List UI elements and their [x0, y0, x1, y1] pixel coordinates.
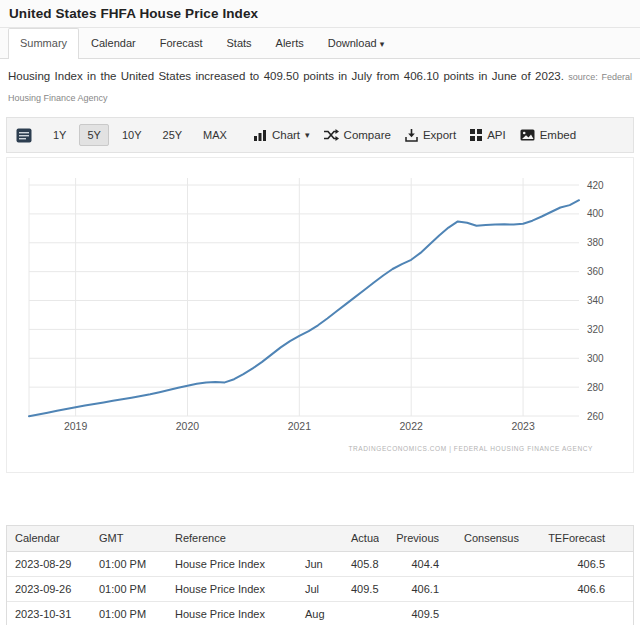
cell-period: Aug: [297, 601, 343, 625]
range-max-button[interactable]: MAX: [195, 124, 235, 146]
summary-text: Housing Index in the United States incre…: [8, 66, 632, 108]
col-reference: Reference: [167, 526, 297, 551]
range-10y-button[interactable]: 10Y: [114, 124, 150, 146]
cell-actual: [343, 601, 379, 625]
cell-previous: 404.4: [379, 551, 444, 576]
svg-text:400: 400: [587, 208, 604, 219]
table-row[interactable]: 2023-08-29 01:00 PM House Price Index Ju…: [7, 551, 633, 576]
page-title: United States FHFA House Price Index: [9, 6, 258, 21]
tab-alerts[interactable]: Alerts: [264, 28, 316, 58]
svg-text:2021: 2021: [288, 420, 312, 432]
svg-text:2023: 2023: [511, 420, 535, 432]
svg-text:380: 380: [587, 237, 604, 248]
chart-toolbar: 1Y 5Y 10Y 25Y MAX Chart▾ Compare Export: [6, 117, 634, 153]
cell-period: Jun: [297, 551, 343, 576]
table-row[interactable]: 2023-09-26 01:00 PM House Price Index Ju…: [7, 576, 633, 601]
cell-period: Jul: [297, 576, 343, 601]
cell-consensus: [444, 601, 524, 625]
svg-text:2019: 2019: [64, 420, 88, 432]
col-teforecast: TEForecast: [524, 526, 633, 551]
cell-consensus: [444, 551, 524, 576]
col-consensus: Consensus: [444, 526, 524, 551]
col-previous: Previous: [379, 526, 444, 551]
col-calendar: Calendar: [7, 526, 91, 551]
svg-text:2020: 2020: [176, 420, 200, 432]
datepicker-button[interactable]: [16, 128, 32, 143]
tab-summary[interactable]: Summary: [8, 28, 79, 59]
cell-actual: 409.5: [343, 576, 379, 601]
col-gmt: GMT: [91, 526, 167, 551]
svg-text:260: 260: [587, 411, 604, 422]
cell-reference[interactable]: House Price Index: [167, 551, 297, 576]
tab-stats[interactable]: Stats: [215, 28, 264, 58]
col-actual: Actual: [343, 526, 379, 551]
chart-type-button[interactable]: Chart▾: [254, 129, 310, 141]
table-header-row: Calendar GMT Reference Actual Previous C…: [7, 526, 633, 551]
tab-download[interactable]: Download▾: [316, 28, 396, 58]
svg-text:2022: 2022: [400, 420, 424, 432]
chart-attribution: TRADINGECONOMICS.COM | FEDERAL HOUSING F…: [348, 445, 593, 452]
tab-calendar[interactable]: Calendar: [79, 28, 148, 58]
cell-gmt: 01:00 PM: [91, 576, 167, 601]
col-period: [297, 526, 343, 551]
range-1y-button[interactable]: 1Y: [45, 124, 74, 146]
chevron-down-icon: ▾: [380, 39, 385, 49]
cell-reference[interactable]: House Price Index: [167, 576, 297, 601]
cell-gmt: 01:00 PM: [91, 551, 167, 576]
cell-previous: 406.1: [379, 576, 444, 601]
svg-text:340: 340: [587, 295, 604, 306]
chevron-down-icon: ▾: [305, 130, 310, 140]
shuffle-icon: [324, 129, 339, 141]
download-icon: [405, 129, 418, 142]
cell-gmt: 01:00 PM: [91, 601, 167, 625]
range-5y-button[interactable]: 5Y: [79, 124, 108, 146]
tab-bar: Summary Calendar Forecast Stats Alerts D…: [0, 28, 640, 59]
source-label: source:: [568, 72, 598, 82]
api-button[interactable]: API: [470, 129, 506, 141]
svg-text:360: 360: [587, 266, 604, 277]
cell-previous: 409.5: [379, 601, 444, 625]
embed-button[interactable]: Embed: [520, 129, 576, 141]
cell-reference[interactable]: House Price Index: [167, 601, 297, 625]
price-chart[interactable]: 2602803003203403603804004202019202020212…: [6, 157, 634, 473]
cell-date: 2023-09-26: [7, 576, 91, 601]
cell-teforecast: 406.5: [524, 551, 633, 576]
cell-actual: 405.8: [343, 551, 379, 576]
cell-date: 2023-08-29: [7, 551, 91, 576]
calendar-icon: [16, 128, 32, 143]
svg-text:280: 280: [587, 382, 604, 393]
svg-text:300: 300: [587, 353, 604, 364]
cell-consensus: [444, 576, 524, 601]
tab-forecast[interactable]: Forecast: [148, 28, 215, 58]
cell-teforecast: [524, 601, 633, 625]
image-icon: [520, 129, 535, 141]
line-chart-canvas[interactable]: 2602803003203403603804004202019202020212…: [7, 158, 633, 472]
table-row[interactable]: 2023-10-31 01:00 PM House Price Index Au…: [7, 601, 633, 625]
bar-chart-icon: [254, 129, 267, 141]
svg-text:420: 420: [587, 180, 604, 191]
svg-text:320: 320: [587, 324, 604, 335]
page-header: United States FHFA House Price Index: [0, 0, 640, 28]
cell-date: 2023-10-31: [7, 601, 91, 625]
compare-button[interactable]: Compare: [324, 129, 391, 141]
export-button[interactable]: Export: [405, 129, 456, 142]
cell-teforecast: 406.6: [524, 576, 633, 601]
range-25y-button[interactable]: 25Y: [155, 124, 191, 146]
calendar-table: Calendar GMT Reference Actual Previous C…: [6, 525, 634, 625]
grid-icon: [470, 129, 482, 141]
